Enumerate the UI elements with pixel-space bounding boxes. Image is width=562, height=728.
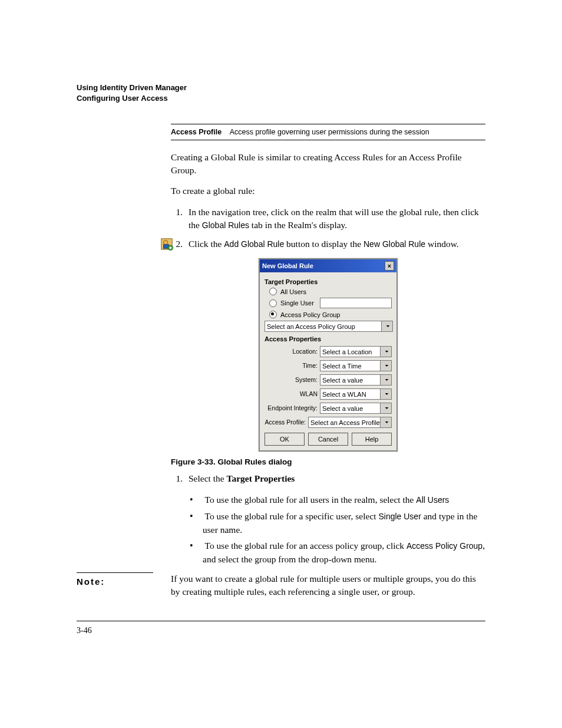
all-users-ref: All Users (416, 495, 449, 505)
header-line-1: Using Identity Driven Manager (77, 83, 485, 93)
radio-icon (269, 311, 277, 318)
system-row: System: Select a value (265, 373, 392, 386)
figure-wrap: New Global Rule × Target Properties All … (171, 258, 485, 452)
radio-all-label: All Users (280, 288, 306, 295)
location-label: Location: (265, 348, 318, 355)
help-button[interactable]: Help (352, 433, 392, 446)
apg-ref: Access Policy Group (406, 541, 482, 551)
radio-icon (269, 299, 277, 307)
note-block: Note: If you want to create a global rul… (77, 572, 485, 598)
wlan-row: WLAN Select a WLAN (265, 387, 392, 400)
radio-apg-label: Access Policy Group (280, 311, 340, 318)
chevron-down-icon (380, 361, 391, 371)
note-label: Note: (77, 572, 153, 587)
step-1: In the navigation tree, click on the rea… (185, 206, 485, 231)
definition-row: Access Profile Access profile governing … (171, 124, 485, 140)
chevron-down-icon (381, 321, 392, 331)
add-rule-icon (160, 238, 173, 251)
chevron-down-icon (380, 389, 391, 399)
svg-point-1 (164, 240, 168, 244)
lead-in: To create a global rule: (171, 185, 485, 197)
radio-access-policy-group[interactable]: Access Policy Group (269, 311, 392, 318)
single-user-input[interactable] (320, 298, 392, 308)
ok-button[interactable]: OK (265, 433, 305, 446)
access-profile-row: Access Profile: Select an Access Profile (265, 416, 392, 428)
new-global-rule-win-ref: New Global Rule (363, 239, 425, 249)
time-row: Time: Select a Time (265, 359, 392, 371)
global-rules-tab-ref: Global Rules (202, 220, 249, 230)
new-global-rule-dialog: New Global Rule × Target Properties All … (259, 258, 398, 452)
wlan-label: WLAN (265, 390, 318, 397)
bullet-single-user: To use the global rule for a specific us… (203, 510, 485, 536)
footer-rule (77, 621, 485, 621)
figure-caption: Figure 3-33. Global Rules dialog (171, 457, 485, 466)
access-properties-heading: Access Properties (265, 335, 392, 342)
target-properties-heading: Target Properties (265, 278, 392, 285)
procedure-list: In the navigation tree, click on the rea… (171, 206, 485, 250)
system-select[interactable]: Select a value (320, 374, 392, 386)
access-profile-label: Access Profile: (265, 419, 306, 426)
dialog-titlebar: New Global Rule × (260, 259, 396, 272)
chevron-down-icon (380, 375, 391, 385)
access-profile-select[interactable]: Select an Access Profile (308, 417, 392, 428)
chevron-down-icon (380, 347, 391, 357)
location-row: Location: Select a Location (265, 345, 392, 357)
endpoint-label: Endpoint Integrity: (265, 404, 318, 411)
def-desc: Access profile governing user permission… (230, 128, 429, 136)
post-step-1: Select the Target Properties (185, 472, 485, 485)
close-icon[interactable]: × (385, 261, 394, 271)
time-label: Time: (265, 362, 318, 369)
cancel-button[interactable]: Cancel (308, 433, 348, 446)
endpoint-integrity-row: Endpoint Integrity: Select a value (265, 401, 392, 414)
page-number: 3-46 (77, 626, 485, 635)
wlan-select[interactable]: Select a WLAN (320, 388, 392, 400)
dialog-title-text: New Global Rule (262, 262, 313, 269)
chevron-down-icon (380, 403, 391, 413)
single-user-ref: Single User (378, 512, 421, 521)
radio-single-user[interactable]: Single User (269, 298, 392, 308)
post-figure-steps: Select the Target Properties (171, 472, 485, 485)
time-select[interactable]: Select a Time (320, 360, 392, 371)
radio-single-label: Single User (280, 299, 314, 307)
apg-select-value: Select an Access Policy Group (265, 323, 355, 330)
header-line-2: Configuring User Access (77, 93, 485, 104)
system-label: System: (265, 376, 318, 383)
target-properties-term: Target Properties (227, 473, 295, 483)
bullet-list: To use the global rule for all users in … (171, 493, 485, 566)
page-header: Using Identity Driven Manager Configurin… (77, 83, 485, 103)
step-2: Click the Add Global Rule button to disp… (185, 238, 485, 251)
radio-all-users[interactable]: All Users (269, 288, 392, 295)
bullet-all-users: To use the global rule for all users in … (203, 493, 485, 506)
location-select[interactable]: Select a Location (320, 346, 392, 357)
apg-select[interactable]: Select an Access Policy Group (265, 321, 393, 332)
chevron-down-icon (380, 417, 391, 427)
add-global-rule-btn-ref: Add Global Rule (224, 239, 284, 249)
note-text: If you want to create a global rule for … (171, 572, 485, 598)
intro-paragraph: Creating a Global Rule is similar to cre… (171, 151, 485, 176)
endpoint-select[interactable]: Select a value (320, 403, 392, 414)
bullet-access-policy-group: To use the global rule for an access pol… (203, 539, 485, 565)
def-term: Access Profile (171, 128, 222, 136)
radio-icon (269, 288, 277, 295)
